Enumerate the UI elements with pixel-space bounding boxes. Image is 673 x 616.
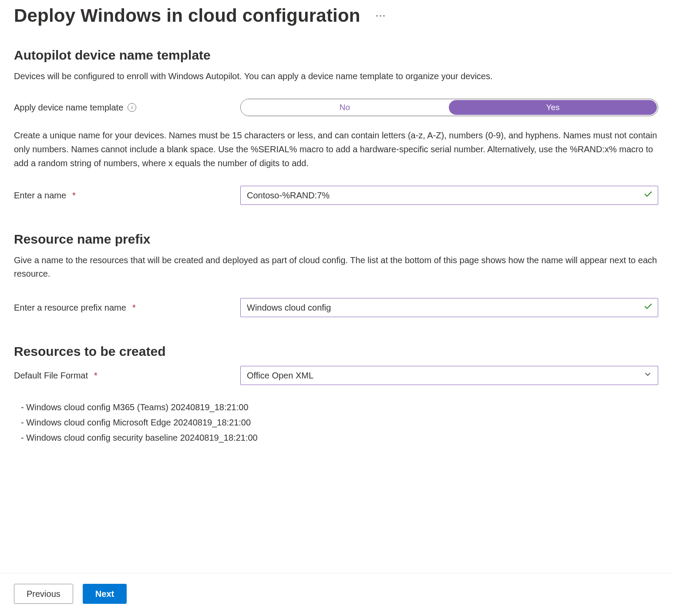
format-label-col: Default File Format *	[14, 371, 232, 381]
format-row: Default File Format * Office Open XML	[14, 366, 659, 385]
toggle-row: Apply device name template i No Yes	[14, 99, 659, 116]
list-item: Windows cloud config M365 (Teams) 202408…	[21, 400, 659, 415]
autopilot-helper: Create a unique name for your devices. N…	[14, 128, 658, 170]
name-label: Enter a name	[14, 191, 66, 201]
autopilot-heading: Autopilot device name template	[14, 48, 659, 63]
resource-prefix-heading: Resource name prefix	[14, 232, 659, 247]
resource-prefix-input[interactable]	[240, 298, 658, 317]
name-label-col: Enter a name *	[14, 191, 232, 201]
more-actions-button[interactable]: ⋯	[371, 8, 391, 23]
toggle-label: Apply device name template	[14, 103, 123, 113]
name-field-wrap	[240, 186, 658, 205]
prefix-label: Enter a resource prefix name	[14, 303, 126, 313]
autopilot-description: Devices will be configured to enroll wit…	[14, 70, 658, 83]
page-root: Deploy Windows in cloud configuration ⋯ …	[0, 0, 673, 616]
format-select-wrap: Office Open XML	[240, 366, 658, 385]
list-item: Windows cloud config Microsoft Edge 2024…	[21, 415, 659, 430]
list-item: Windows cloud config security baseline 2…	[21, 430, 659, 445]
previous-button[interactable]: Previous	[14, 584, 73, 604]
resource-prefix-description: Give a name to the resources that will b…	[14, 254, 658, 281]
prefix-field-wrap	[240, 298, 658, 317]
toggle-label-col: Apply device name template i	[14, 103, 232, 113]
page-title: Deploy Windows in cloud configuration	[14, 5, 360, 26]
format-input-col: Office Open XML	[240, 366, 659, 385]
device-name-input[interactable]	[240, 186, 658, 205]
apply-template-toggle: No Yes	[240, 99, 658, 116]
format-selected-value: Office Open XML	[247, 371, 313, 381]
footer-bar: Previous Next	[0, 573, 673, 616]
resources-heading: Resources to be created	[14, 344, 659, 359]
format-label: Default File Format	[14, 371, 88, 381]
toggle-no[interactable]: No	[241, 99, 449, 116]
prefix-row: Enter a resource prefix name *	[14, 298, 659, 317]
required-asterisk: *	[132, 303, 136, 313]
required-asterisk: *	[94, 371, 98, 381]
required-asterisk: *	[72, 191, 76, 201]
toggle-input-col: No Yes	[240, 99, 659, 116]
name-row: Enter a name *	[14, 186, 659, 205]
title-row: Deploy Windows in cloud configuration ⋯	[14, 0, 659, 26]
next-button[interactable]: Next	[83, 584, 127, 604]
prefix-label-col: Enter a resource prefix name *	[14, 303, 232, 313]
name-input-col	[240, 186, 659, 205]
info-icon[interactable]: i	[128, 103, 136, 112]
default-file-format-select[interactable]: Office Open XML	[240, 366, 658, 385]
toggle-yes[interactable]: Yes	[449, 100, 657, 115]
resource-list: Windows cloud config M365 (Teams) 202408…	[21, 400, 659, 445]
prefix-input-col	[240, 298, 659, 317]
